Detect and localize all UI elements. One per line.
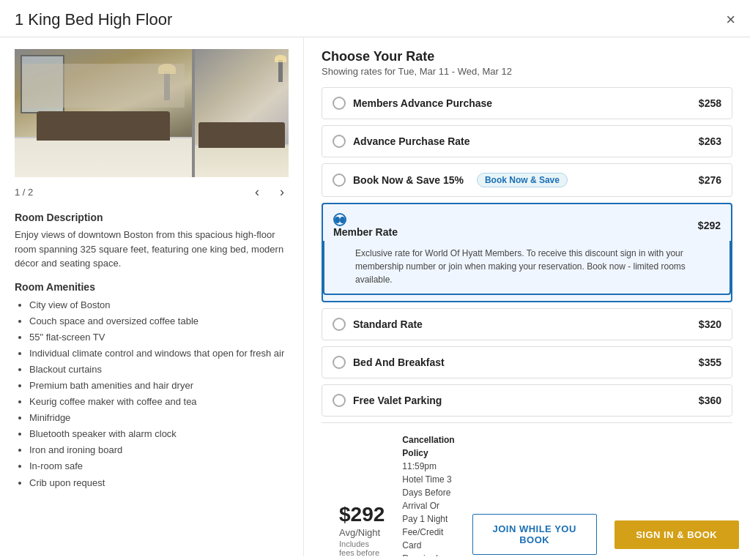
rate-option[interactable]: Advance Purchase Rate $263: [322, 125, 732, 157]
rate-radio: [333, 135, 346, 148]
modal: 1 King Bed High Floor ×: [0, 0, 750, 560]
rate-option-left: Bed And Breakfast: [333, 356, 445, 369]
rate-option-left: Book Now & Save 15%Book Now & Save: [333, 173, 568, 187]
rate-badge: Book Now & Save: [477, 173, 568, 187]
amenity-item: Crib upon request: [29, 475, 289, 491]
rate-option-left: Free Valet Parking: [333, 394, 442, 407]
price-block: $292 Avg/Night Includes fees before taxe…: [339, 503, 385, 556]
rate-option[interactable]: Members Advance Purchase $258: [322, 87, 732, 119]
rate-option-left: Advance Purchase Rate: [333, 135, 470, 148]
rate-price: $360: [699, 395, 721, 406]
room-description: Enjoy views of downtown Boston from this…: [15, 228, 289, 271]
rate-option-selected[interactable]: Member Rate $292 Exclusive rate for Worl…: [322, 203, 732, 302]
gallery-navigation: 1 / 2 ‹ ›: [15, 183, 289, 201]
rates-section: Choose Your Rate Showing rates for Tue, …: [322, 49, 732, 422]
amenity-item: Couch space and oversized coffee table: [29, 313, 289, 329]
amenity-item: City view of Boston: [29, 297, 289, 313]
room-image-1: [15, 49, 192, 177]
cancellation-policy: Cancellation Policy 11:59pm Hotel Time 3…: [402, 433, 454, 556]
amenities-list: City view of BostonCouch space and overs…: [15, 297, 289, 491]
policy-block: Cancellation Policy 11:59pm Hotel Time 3…: [402, 433, 454, 556]
modal-title: 1 King Bed High Floor: [15, 10, 172, 29]
rate-price: $292: [698, 220, 721, 231]
amenity-item: Minifridge: [29, 410, 289, 426]
price-unit: Avg/Night: [339, 527, 380, 538]
signin-book-button[interactable]: SIGN IN & BOOK: [615, 520, 739, 549]
cancellation-title: Cancellation Policy: [402, 435, 454, 458]
rate-label: Free Valet Parking: [353, 395, 442, 406]
right-panel: Choose Your Rate Showing rates for Tue, …: [304, 37, 750, 556]
amenities-title: Room Amenities: [15, 281, 289, 293]
rates-dates: Showing rates for Tue, Mar 11 - Wed, Mar…: [322, 66, 732, 77]
rate-price: $263: [699, 135, 721, 147]
room-images: [15, 49, 289, 177]
rates-container: Members Advance Purchase $258 Advance Pu…: [322, 87, 732, 417]
bottom-bar: $292 Avg/Night Includes fees before taxe…: [322, 422, 732, 556]
room-image-2: [195, 49, 289, 177]
rates-title: Choose Your Rate: [322, 49, 732, 64]
amenity-item: Blackout curtains: [29, 362, 289, 378]
gallery-counter: 1 / 2: [15, 187, 239, 198]
rate-price: $355: [699, 356, 721, 368]
rate-label: Members Advance Purchase: [353, 97, 492, 109]
rate-label: Advance Purchase Rate: [353, 135, 470, 147]
modal-body: 1 / 2 ‹ › Room Description Enjoy views o…: [0, 37, 750, 556]
rate-radio: [333, 173, 346, 187]
rate-option[interactable]: Book Now & Save 15%Book Now & Save $276: [322, 163, 732, 197]
amenity-item: Bluetooth speaker with alarm clock: [29, 426, 289, 442]
description-title: Room Description: [15, 212, 289, 223]
rate-label: Bed And Breakfast: [353, 356, 445, 368]
rate-option-left: Member Rate: [333, 213, 398, 238]
rate-option[interactable]: Standard Rate $320: [322, 308, 732, 340]
price-line: $292 Avg/Night: [339, 503, 385, 538]
join-while-book-button[interactable]: JOIN WHILE YOU BOOK: [472, 514, 597, 555]
rate-radio: [333, 97, 346, 110]
gallery-prev-button[interactable]: ‹: [250, 183, 264, 201]
image-gallery: [15, 49, 289, 177]
rate-label: Book Now & Save 15%: [353, 174, 464, 186]
price-note: Includes fees before taxes: [339, 540, 385, 556]
amenity-item: Individual climate control and windows t…: [29, 346, 289, 362]
rate-option[interactable]: Bed And Breakfast $355: [322, 346, 732, 378]
rate-radio: [333, 318, 346, 331]
amenity-item: Iron and ironing board: [29, 442, 289, 458]
rate-label: Member Rate: [333, 226, 398, 238]
rate-option[interactable]: Free Valet Parking $360: [322, 384, 732, 417]
amenity-item: Premium bath amenities and hair dryer: [29, 378, 289, 394]
member-rate-description: Exclusive rate for World Of Hyatt Member…: [323, 241, 731, 295]
amenity-item: Keurig coffee maker with coffee and tea: [29, 394, 289, 410]
cancellation-text: 11:59pm Hotel Time 3 Days Before Arrival…: [402, 461, 451, 556]
rate-option-left: Members Advance Purchase: [333, 97, 492, 110]
rate-radio-checked: [333, 213, 346, 226]
price-amount: $292: [339, 503, 385, 526]
amenity-item: 55" flat-screen TV: [29, 329, 289, 346]
rate-label: Standard Rate: [353, 318, 423, 330]
close-button[interactable]: ×: [726, 12, 735, 28]
rate-price: $320: [699, 318, 721, 330]
rate-option-left: Standard Rate: [333, 318, 423, 331]
amenity-item: In-room safe: [29, 458, 289, 474]
rate-price: $258: [699, 97, 721, 109]
rate-radio: [333, 356, 346, 369]
left-panel: 1 / 2 ‹ › Room Description Enjoy views o…: [0, 37, 304, 556]
rate-radio: [333, 394, 346, 407]
rate-price: $276: [699, 174, 721, 186]
modal-header: 1 King Bed High Floor ×: [0, 0, 750, 37]
gallery-next-button[interactable]: ›: [275, 183, 289, 201]
